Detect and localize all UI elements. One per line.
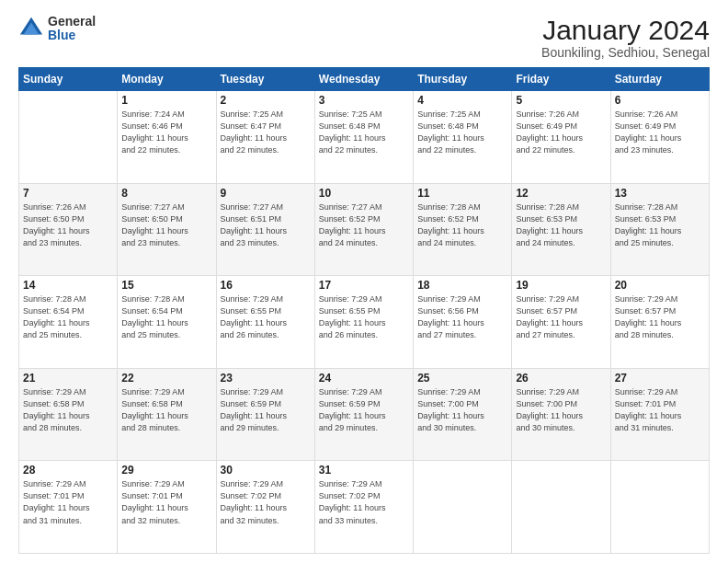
- day-number: 23: [221, 372, 311, 385]
- day-number: 21: [23, 372, 113, 385]
- day-info: Sunrise: 7:29 AM Sunset: 7:00 PM Dayligh…: [516, 386, 606, 434]
- day-info: Sunrise: 7:29 AM Sunset: 6:58 PM Dayligh…: [23, 386, 113, 434]
- calendar-cell: 13Sunrise: 7:28 AM Sunset: 6:53 PM Dayli…: [610, 183, 709, 276]
- calendar-cell: [610, 461, 709, 554]
- main-title: January 2024: [541, 15, 710, 45]
- day-info: Sunrise: 7:29 AM Sunset: 6:57 PM Dayligh…: [615, 293, 705, 341]
- day-info: Sunrise: 7:28 AM Sunset: 6:53 PM Dayligh…: [516, 201, 606, 249]
- logo-icon: [18, 16, 44, 41]
- day-info: Sunrise: 7:29 AM Sunset: 7:02 PM Dayligh…: [221, 478, 311, 526]
- subtitle: Bounkiling, Sedhiou, Senegal: [541, 45, 710, 60]
- calendar-cell: 28Sunrise: 7:29 AM Sunset: 7:01 PM Dayli…: [19, 461, 118, 554]
- day-info: Sunrise: 7:29 AM Sunset: 7:00 PM Dayligh…: [417, 386, 507, 434]
- calendar-cell: 4Sunrise: 7:25 AM Sunset: 6:48 PM Daylig…: [414, 91, 512, 184]
- calendar-cell: 29Sunrise: 7:29 AM Sunset: 7:01 PM Dayli…: [118, 461, 216, 554]
- day-info: Sunrise: 7:26 AM Sunset: 6:49 PM Dayligh…: [615, 109, 705, 156]
- calendar-cell: 20Sunrise: 7:29 AM Sunset: 6:57 PM Dayli…: [610, 276, 709, 369]
- day-info: Sunrise: 7:29 AM Sunset: 6:55 PM Dayligh…: [319, 293, 409, 341]
- calendar-week-row: 1Sunrise: 7:24 AM Sunset: 6:46 PM Daylig…: [19, 91, 710, 184]
- calendar-header-thursday: Thursday: [414, 68, 512, 91]
- calendar-cell: 9Sunrise: 7:27 AM Sunset: 6:51 PM Daylig…: [216, 183, 314, 276]
- day-number: 28: [23, 464, 113, 477]
- calendar-cell: 22Sunrise: 7:29 AM Sunset: 6:58 PM Dayli…: [118, 368, 216, 461]
- day-number: 4: [417, 94, 507, 107]
- calendar-cell: 25Sunrise: 7:29 AM Sunset: 7:00 PM Dayli…: [414, 368, 512, 461]
- day-number: 8: [121, 187, 211, 200]
- day-info: Sunrise: 7:29 AM Sunset: 6:58 PM Dayligh…: [121, 386, 211, 434]
- calendar-cell: [19, 91, 118, 184]
- day-number: 16: [221, 279, 311, 292]
- day-info: Sunrise: 7:28 AM Sunset: 6:52 PM Dayligh…: [417, 201, 507, 249]
- day-info: Sunrise: 7:27 AM Sunset: 6:51 PM Dayligh…: [221, 201, 311, 249]
- day-number: 6: [615, 94, 705, 107]
- day-info: Sunrise: 7:24 AM Sunset: 6:46 PM Dayligh…: [121, 109, 211, 156]
- day-number: 29: [121, 464, 211, 477]
- calendar-cell: 14Sunrise: 7:28 AM Sunset: 6:54 PM Dayli…: [19, 276, 118, 369]
- calendar-week-row: 21Sunrise: 7:29 AM Sunset: 6:58 PM Dayli…: [19, 368, 710, 461]
- day-number: 2: [221, 94, 311, 107]
- calendar-header-row: SundayMondayTuesdayWednesdayThursdayFrid…: [19, 68, 710, 91]
- day-number: 27: [615, 372, 705, 385]
- calendar-cell: [512, 461, 610, 554]
- calendar-cell: 30Sunrise: 7:29 AM Sunset: 7:02 PM Dayli…: [216, 461, 314, 554]
- calendar-cell: 10Sunrise: 7:27 AM Sunset: 6:52 PM Dayli…: [314, 183, 413, 276]
- day-number: 9: [221, 187, 311, 200]
- day-info: Sunrise: 7:28 AM Sunset: 6:53 PM Dayligh…: [615, 201, 705, 249]
- calendar-header-wednesday: Wednesday: [314, 68, 413, 91]
- logo-blue: Blue: [48, 29, 96, 42]
- day-info: Sunrise: 7:27 AM Sunset: 6:52 PM Dayligh…: [319, 201, 409, 249]
- calendar-cell: 24Sunrise: 7:29 AM Sunset: 6:59 PM Dayli…: [314, 368, 413, 461]
- day-number: 13: [615, 187, 705, 200]
- calendar-header-saturday: Saturday: [610, 68, 709, 91]
- day-number: 10: [319, 187, 409, 200]
- day-info: Sunrise: 7:29 AM Sunset: 7:01 PM Dayligh…: [121, 478, 211, 526]
- day-info: Sunrise: 7:29 AM Sunset: 7:01 PM Dayligh…: [615, 386, 705, 434]
- day-info: Sunrise: 7:29 AM Sunset: 6:59 PM Dayligh…: [319, 386, 409, 434]
- day-info: Sunrise: 7:28 AM Sunset: 6:54 PM Dayligh…: [23, 293, 113, 341]
- calendar-week-row: 7Sunrise: 7:26 AM Sunset: 6:50 PM Daylig…: [19, 183, 710, 276]
- calendar-cell: 5Sunrise: 7:26 AM Sunset: 6:49 PM Daylig…: [512, 91, 610, 184]
- calendar-cell: 18Sunrise: 7:29 AM Sunset: 6:56 PM Dayli…: [414, 276, 512, 369]
- day-number: 26: [516, 372, 606, 385]
- calendar-cell: 7Sunrise: 7:26 AM Sunset: 6:50 PM Daylig…: [19, 183, 118, 276]
- day-number: 30: [221, 464, 311, 477]
- day-number: 12: [516, 187, 606, 200]
- calendar-cell: 16Sunrise: 7:29 AM Sunset: 6:55 PM Dayli…: [216, 276, 314, 369]
- calendar-cell: 17Sunrise: 7:29 AM Sunset: 6:55 PM Dayli…: [314, 276, 413, 369]
- day-info: Sunrise: 7:25 AM Sunset: 6:48 PM Dayligh…: [417, 109, 507, 156]
- calendar-header-monday: Monday: [118, 68, 216, 91]
- calendar-cell: 11Sunrise: 7:28 AM Sunset: 6:52 PM Dayli…: [414, 183, 512, 276]
- day-info: Sunrise: 7:29 AM Sunset: 6:59 PM Dayligh…: [221, 386, 311, 434]
- day-info: Sunrise: 7:29 AM Sunset: 7:01 PM Dayligh…: [23, 478, 113, 526]
- day-info: Sunrise: 7:25 AM Sunset: 6:47 PM Dayligh…: [221, 109, 311, 156]
- calendar-header-tuesday: Tuesday: [216, 68, 314, 91]
- day-number: 19: [516, 279, 606, 292]
- day-number: 17: [319, 279, 409, 292]
- calendar-table: SundayMondayTuesdayWednesdayThursdayFrid…: [18, 67, 710, 554]
- day-number: 25: [417, 372, 507, 385]
- day-info: Sunrise: 7:29 AM Sunset: 7:02 PM Dayligh…: [319, 478, 409, 526]
- calendar-cell: 23Sunrise: 7:29 AM Sunset: 6:59 PM Dayli…: [216, 368, 314, 461]
- day-number: 31: [319, 464, 409, 477]
- calendar-cell: [414, 461, 512, 554]
- calendar-cell: 8Sunrise: 7:27 AM Sunset: 6:50 PM Daylig…: [118, 183, 216, 276]
- day-info: Sunrise: 7:29 AM Sunset: 6:56 PM Dayligh…: [417, 293, 507, 341]
- calendar-cell: 27Sunrise: 7:29 AM Sunset: 7:01 PM Dayli…: [610, 368, 709, 461]
- day-number: 20: [615, 279, 705, 292]
- calendar-cell: 31Sunrise: 7:29 AM Sunset: 7:02 PM Dayli…: [314, 461, 413, 554]
- day-number: 24: [319, 372, 409, 385]
- day-number: 3: [319, 94, 409, 107]
- day-info: Sunrise: 7:26 AM Sunset: 6:50 PM Dayligh…: [23, 201, 113, 249]
- calendar-cell: 3Sunrise: 7:25 AM Sunset: 6:48 PM Daylig…: [314, 91, 413, 184]
- calendar-week-row: 28Sunrise: 7:29 AM Sunset: 7:01 PM Dayli…: [19, 461, 710, 554]
- calendar-cell: 2Sunrise: 7:25 AM Sunset: 6:47 PM Daylig…: [216, 91, 314, 184]
- day-number: 7: [23, 187, 113, 200]
- day-info: Sunrise: 7:28 AM Sunset: 6:54 PM Dayligh…: [121, 293, 211, 341]
- day-number: 11: [417, 187, 507, 200]
- day-number: 18: [417, 279, 507, 292]
- calendar-cell: 15Sunrise: 7:28 AM Sunset: 6:54 PM Dayli…: [118, 276, 216, 369]
- day-number: 15: [121, 279, 211, 292]
- calendar-cell: 26Sunrise: 7:29 AM Sunset: 7:00 PM Dayli…: [512, 368, 610, 461]
- day-info: Sunrise: 7:29 AM Sunset: 6:57 PM Dayligh…: [516, 293, 606, 341]
- calendar-week-row: 14Sunrise: 7:28 AM Sunset: 6:54 PM Dayli…: [19, 276, 710, 369]
